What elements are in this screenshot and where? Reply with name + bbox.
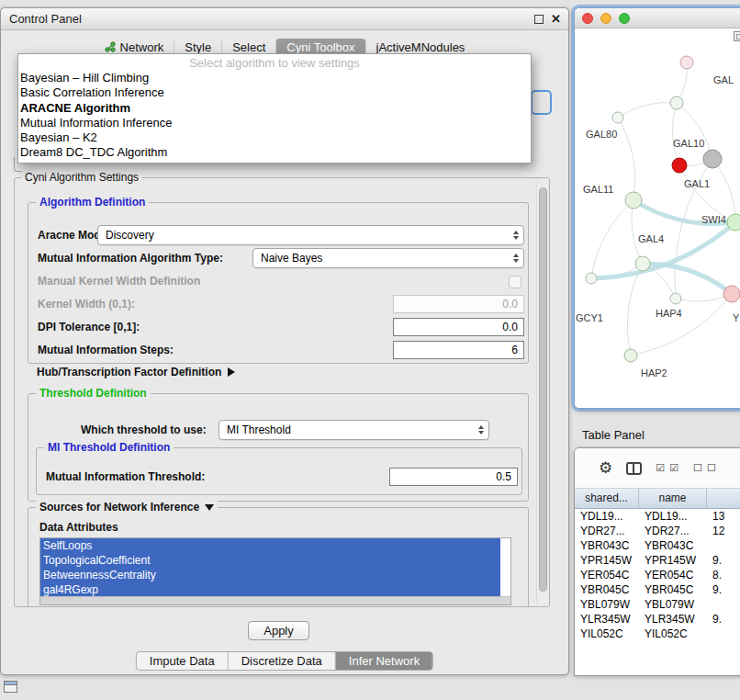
- deselect-all-checkboxes-icon[interactable]: ☐ ☐: [693, 462, 717, 474]
- float-window-icon[interactable]: [534, 15, 544, 24]
- aracne-mode-value: Discovery: [106, 229, 154, 242]
- network-node[interactable]: [625, 192, 642, 209]
- aracne-mode-select[interactable]: Discovery: [97, 225, 524, 245]
- table-cell: YBR043C: [575, 538, 639, 553]
- attribute-item[interactable]: SelfLoops: [40, 538, 500, 553]
- algorithm-option[interactable]: Basic Correlation Inference: [18, 85, 531, 100]
- algorithm-dropdown-list: Bayesian – Hill ClimbingBasic Correlatio…: [18, 71, 531, 161]
- algorithm-option[interactable]: Bayesian – Hill Climbing: [18, 71, 531, 85]
- network-node[interactable]: [703, 150, 722, 168]
- close-traffic-icon[interactable]: [582, 13, 593, 24]
- which-threshold-select[interactable]: MI Threshold: [219, 420, 489, 440]
- hub-definition-section-header[interactable]: Hub/Transcription Factor Definition: [37, 366, 235, 378]
- network-window-titlebar[interactable]: [575, 8, 740, 28]
- dpi-tolerance-field[interactable]: [393, 318, 524, 336]
- zoom-traffic-icon[interactable]: [619, 13, 630, 24]
- manual-kernel-width-checkbox[interactable]: [509, 276, 521, 288]
- sources-title: Sources for Network Inference: [39, 501, 199, 514]
- attribute-item[interactable]: BetweennessCentrality: [40, 568, 500, 582]
- column-header-extra[interactable]: [707, 489, 740, 508]
- table-row[interactable]: YLR345WYLR345W9.: [575, 612, 740, 627]
- network-node[interactable]: [723, 286, 740, 302]
- network-node[interactable]: [727, 214, 740, 231]
- tab-label: Select: [232, 40, 265, 54]
- table-cell: YDR27...: [575, 524, 639, 538]
- collapsed-arrow-icon: [228, 367, 235, 377]
- table-cell: YBL079W: [575, 597, 639, 612]
- mi-steps-label: Mutual Information Steps:: [38, 344, 174, 356]
- network-node[interactable]: [680, 56, 693, 69]
- control-panel-title: Control Panel: [9, 12, 82, 26]
- sources-section-header[interactable]: Sources for Network Inference: [36, 501, 218, 514]
- close-window-icon[interactable]: ✕: [551, 13, 561, 25]
- kernel-width-field[interactable]: [393, 295, 524, 313]
- table-row[interactable]: YPR145WYPR145W9.: [575, 553, 740, 568]
- list-horizontal-scrollbar[interactable]: [40, 596, 510, 604]
- network-node[interactable]: [670, 96, 683, 109]
- network-node[interactable]: [635, 256, 650, 271]
- control-panel-window: Control Panel ✕ Network Style: [0, 7, 569, 675]
- algorithm-option[interactable]: ARACNE Algorithm: [18, 101, 531, 116]
- column-header-name[interactable]: name: [639, 489, 707, 508]
- minimize-traffic-icon[interactable]: [600, 13, 611, 24]
- attribute-item[interactable]: TopologicalCoefficient: [40, 553, 500, 568]
- expanded-arrow-icon: [205, 504, 214, 511]
- network-tab-icon: [105, 41, 116, 52]
- table-row[interactable]: YDL19...YDL19...13: [575, 509, 740, 524]
- algorithm-definition-title: Algorithm Definition: [36, 196, 149, 209]
- table-cell: YBR043C: [639, 538, 707, 553]
- mi-threshold-field[interactable]: [389, 468, 518, 486]
- table-row[interactable]: YIL052CYIL052C: [575, 627, 740, 641]
- gear-icon[interactable]: ⚙: [599, 460, 612, 476]
- table-row[interactable]: YBR043CYBR043C: [575, 538, 740, 553]
- table-header: shared... name: [575, 489, 740, 509]
- table-row[interactable]: YBR045CYBR045C9.: [575, 582, 740, 597]
- table-cell: [707, 597, 740, 612]
- network-node[interactable]: [670, 293, 681, 304]
- birdseye-toggle-icon[interactable]: [734, 31, 740, 41]
- network-canvas[interactable]: GALGAL80GAL10GAL11GAL1SWI4GAL4GCY1HAP4HA…: [575, 28, 740, 409]
- table-cell: 9.: [707, 582, 740, 597]
- control-panel-titlebar[interactable]: Control Panel ✕: [1, 8, 568, 30]
- settings-scrollbar-thumb[interactable]: [539, 187, 547, 592]
- network-node[interactable]: [612, 112, 623, 123]
- data-attributes-list[interactable]: SelfLoopsTopologicalCoefficientBetweenne…: [39, 537, 511, 605]
- settings-group-title: Cyni Algorithm Settings: [21, 171, 142, 184]
- column-header-shared-name[interactable]: shared...: [575, 489, 639, 508]
- table-row[interactable]: YER054CYER054C8.: [575, 568, 740, 582]
- table-cell: YDR27...: [639, 524, 707, 538]
- attribute-item[interactable]: gal4RGexp: [40, 582, 500, 597]
- tab-label: jActiveMNodules: [376, 40, 465, 54]
- table-row[interactable]: YBL079WYBL079W: [575, 597, 740, 612]
- mi-algorithm-type-select[interactable]: Naive Bayes: [252, 248, 524, 268]
- columns-icon[interactable]: [626, 462, 642, 475]
- tab-impute-data[interactable]: Impute Data: [137, 652, 228, 670]
- node-label: GAL10: [673, 138, 704, 149]
- mi-steps-field[interactable]: [393, 341, 524, 359]
- network-edge: [627, 264, 643, 356]
- table-cell: YER054C: [639, 568, 707, 582]
- network-edge: [632, 200, 643, 264]
- collapsed-panel-icon[interactable]: [4, 681, 17, 693]
- node-label: GAL4: [638, 233, 664, 244]
- algorithm-option[interactable]: Bayesian – K2: [18, 130, 531, 145]
- tab-infer-network[interactable]: Infer Network: [335, 652, 432, 670]
- threshold-definition-title: Threshold Definition: [36, 387, 151, 400]
- algorithm-dropdown-prompt: Select algorithm to view settings: [18, 55, 531, 71]
- tab-discretize-data[interactable]: Discretize Data: [228, 652, 335, 670]
- data-attributes-label: Data Attributes: [39, 521, 118, 534]
- select-all-checkboxes-icon[interactable]: ☑ ☑: [656, 462, 679, 474]
- node-label: GAL80: [586, 129, 617, 140]
- network-node[interactable]: [624, 349, 637, 362]
- apply-button[interactable]: Apply: [248, 621, 309, 640]
- which-threshold-label: Which threshold to use:: [81, 423, 207, 436]
- algorithm-option[interactable]: Dream8 DC_TDC Algorithm: [18, 145, 531, 160]
- network-node[interactable]: [586, 273, 597, 284]
- table-cell: YBR045C: [639, 582, 707, 597]
- table-cell: YBL079W: [639, 597, 707, 612]
- algorithm-option[interactable]: Mutual Information Inference: [18, 116, 531, 130]
- network-node[interactable]: [672, 158, 687, 173]
- table-row[interactable]: YDR27...YDR27...12: [575, 524, 740, 538]
- focused-button-fragment[interactable]: [531, 90, 552, 115]
- updown-arrows-icon: [513, 254, 519, 263]
